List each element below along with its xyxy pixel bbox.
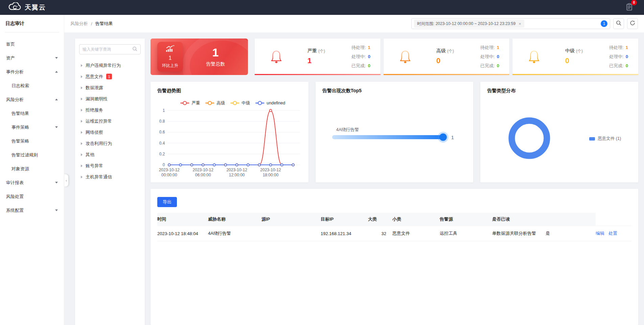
col-target-ip[interactable]: 目标IP: [321, 213, 368, 226]
caret-right-icon[interactable]: [81, 131, 83, 134]
stat-value: 0: [368, 54, 370, 59]
chevron-down-icon: [55, 209, 58, 211]
time-range-tag[interactable]: 时间范围: 2023-10-12 00:00:00 ~ 2023-10-12 2…: [414, 20, 524, 28]
sidebar-item-label: 风险分析: [6, 97, 24, 103]
breadcrumb-parent[interactable]: 风险分析: [70, 21, 88, 27]
stat-label: 待处理:: [609, 45, 624, 50]
search-icon[interactable]: [132, 46, 137, 53]
col-read-status[interactable]: 是否已读: [492, 213, 546, 226]
severity-card-high: 高级(个) 0 待处理:1 处理中:0 已完成:0: [384, 39, 509, 75]
sidebar-item-risk-analysis[interactable]: 风险分析: [0, 93, 64, 106]
caret-right-icon[interactable]: [81, 165, 83, 167]
sidebar-item-object-resources[interactable]: 对象资源: [0, 162, 64, 176]
search-icon: [616, 20, 621, 27]
stat-value: 0: [626, 63, 628, 68]
tree-item-user-violation[interactable]: 用户违规异常行为: [79, 60, 141, 71]
col-time[interactable]: 时间: [157, 213, 208, 226]
keyword-search-input[interactable]: [83, 47, 132, 52]
notification-count-badge: 0: [631, 0, 637, 5]
stat-done: 已完成:0: [351, 61, 370, 70]
col-threat-name[interactable]: 威胁名称: [208, 213, 261, 226]
donut-legend[interactable]: 恶意文件 (1): [589, 136, 621, 142]
top5-bar[interactable]: [332, 135, 444, 139]
handle-link[interactable]: 处置: [608, 231, 617, 236]
stat-label: 已完成:: [609, 63, 624, 68]
col-major-class[interactable]: 大类: [368, 213, 392, 226]
tree-item-ops-monitor[interactable]: 运维监控异常: [79, 116, 141, 127]
col-source-ip[interactable]: 源IP: [261, 213, 321, 226]
svg-text:0.2: 0.2: [159, 152, 165, 156]
caret-right-icon[interactable]: [81, 98, 83, 100]
tree-item-label: 其他: [86, 152, 94, 158]
sidebar-item-assets[interactable]: 资产: [0, 51, 64, 65]
caret-right-icon[interactable]: [81, 86, 83, 89]
severity-label: 高级(个) 0: [436, 48, 454, 65]
sidebar-item-log-search[interactable]: 日志检索: [0, 79, 64, 93]
alert-table: 时间 威胁名称 源IP 目标IP 大类 小类 告警源 是否已读 2023-1: [157, 213, 631, 241]
tree-item-host-anomaly[interactable]: 主机异常通信: [79, 171, 141, 182]
caret-right-icon[interactable]: [81, 153, 83, 156]
sidebar-item-alert-results[interactable]: 告警结果: [0, 106, 64, 120]
sidebar-item-event-policy[interactable]: 事件策略: [0, 120, 64, 134]
col-alert-source[interactable]: 告警源: [440, 213, 492, 226]
svg-text:2023-10-12: 2023-10-12: [260, 168, 281, 172]
tree-item-data-leak[interactable]: 数据泄露: [79, 82, 141, 93]
caret-right-icon[interactable]: [81, 142, 83, 145]
caret-right-icon[interactable]: [81, 176, 83, 178]
sidebar-item-label: 系统配置: [6, 207, 24, 214]
notification-entry[interactable]: 0: [626, 3, 633, 12]
tree-item-other[interactable]: 其他: [79, 149, 141, 160]
charts-row: 告警趋势图 00.20.40.60.812023-10-1200:00:0020…: [151, 82, 638, 182]
sidebar-item-risk-handling[interactable]: 风险处置: [0, 190, 64, 203]
clipboard-icon[interactable]: [626, 6, 633, 12]
caret-right-icon[interactable]: [81, 75, 83, 78]
stat-processing: 处理中:0: [480, 52, 499, 61]
category-panel: 用户违规异常行为 恶意文件1 数据泄露 漏洞脆弱性 拒绝服务 运维监控异常 网络…: [75, 39, 145, 325]
sidebar-item-alert-policy[interactable]: 告警策略: [0, 134, 64, 148]
stat-label: 待处理:: [351, 45, 366, 50]
sidebar-item-event-analysis[interactable]: 事件分析: [0, 65, 64, 79]
table-row[interactable]: 2023-10-12 18:48:04 4A绕行告警 192.168.121.3…: [157, 226, 631, 241]
tree-item-vulnerability[interactable]: 漏洞脆弱性: [79, 93, 141, 104]
severity-stats: 待处理:1 处理中:0 已完成:0: [351, 43, 370, 70]
severity-underline: [384, 74, 509, 75]
sidebar-title: 日志审计: [0, 15, 64, 32]
tree-item-label: 运维监控异常: [86, 118, 112, 124]
bell-icon: [398, 49, 412, 65]
svg-text:18:00:00: 18:00:00: [263, 173, 279, 177]
severity-name: 严重: [307, 48, 317, 53]
sidebar-item-home[interactable]: 首页: [0, 37, 64, 51]
bar-end-dot: [439, 133, 447, 141]
svg-text:2023-10-12: 2023-10-12: [226, 168, 247, 172]
severity-unit: (个): [576, 49, 583, 53]
tree-item-account-anomaly[interactable]: 账号异常: [79, 160, 141, 171]
tree-item-dos[interactable]: 拒绝服务: [79, 104, 141, 116]
tree-item-attack-exploit[interactable]: 攻击利用行为: [79, 138, 141, 149]
time-filter-input[interactable]: 时间范围: 2023-10-12 00:00:00 ~ 2023-10-12 2…: [411, 18, 610, 29]
cloud-logo-icon: [8, 2, 22, 12]
severity-unit: (个): [447, 49, 454, 53]
edit-link[interactable]: 编辑: [596, 231, 604, 236]
refresh-button[interactable]: [627, 18, 638, 29]
severity-underline: [255, 74, 381, 75]
keyword-search-field[interactable]: [79, 44, 141, 54]
severity-count: 0: [565, 56, 583, 65]
trend-up-icon: [165, 45, 175, 54]
sidebar-item-alert-filter-rules[interactable]: 告警过滤规则: [0, 148, 64, 162]
severity-label: 中级(个) 0: [565, 48, 583, 65]
alert-total: 1 告警总数: [183, 39, 248, 75]
stat-value: 1: [497, 45, 499, 50]
tree-item-network-recon[interactable]: 网络侦察: [79, 127, 141, 138]
export-button[interactable]: 导出: [157, 197, 177, 207]
tree-item-malicious-file[interactable]: 恶意文件1: [79, 71, 141, 82]
sidebar-collapse-handle[interactable]: ‹: [64, 174, 68, 186]
tag-close-icon[interactable]: ×: [519, 21, 521, 26]
sidebar-item-system-config[interactable]: 系统配置: [0, 203, 64, 217]
caret-right-icon[interactable]: [81, 120, 83, 123]
col-minor-class[interactable]: 小类: [392, 213, 440, 226]
sidebar-item-audit-reports[interactable]: 审计报表: [0, 176, 64, 190]
stat-done: 已完成:0: [480, 61, 499, 70]
caret-right-icon[interactable]: [81, 109, 83, 111]
caret-right-icon[interactable]: [81, 64, 83, 67]
search-button[interactable]: [613, 18, 624, 29]
